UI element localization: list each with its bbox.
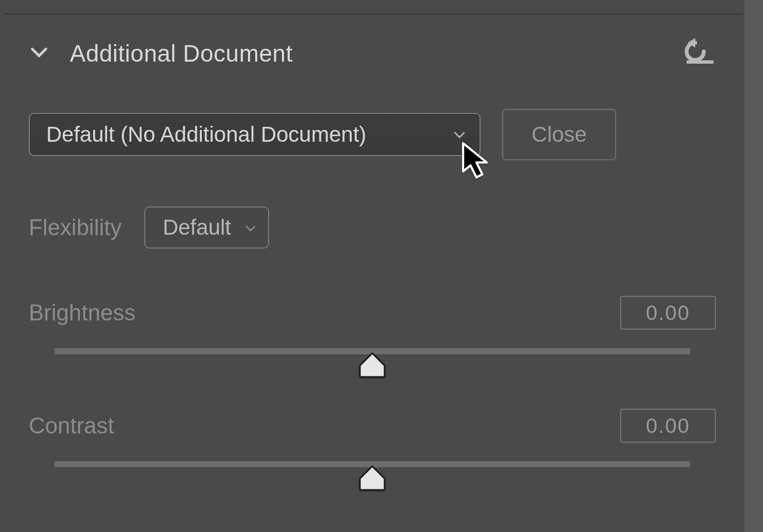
contrast-slider-thumb[interactable] [358, 465, 387, 491]
contrast-value[interactable]: 0.00 [620, 409, 716, 443]
brightness-slider-thumb[interactable] [358, 352, 387, 378]
contrast-group: Contrast 0.00 [29, 409, 716, 489]
section-collapse-toggle[interactable] [29, 43, 49, 64]
flexibility-row: Flexibility Default [29, 206, 716, 249]
close-button[interactable]: Close [502, 109, 616, 160]
contrast-header: Contrast 0.00 [29, 409, 716, 443]
brightness-label: Brightness [29, 300, 136, 326]
brightness-header: Brightness 0.00 [29, 296, 716, 330]
contrast-label: Contrast [29, 413, 114, 439]
flexibility-selected: Default [163, 215, 231, 240]
top-divider [4, 13, 742, 15]
section-title: Additional Document [70, 40, 293, 67]
brightness-slider[interactable] [54, 346, 690, 376]
right-gutter [745, 0, 763, 532]
contrast-slider[interactable] [54, 459, 690, 489]
chevron-down-icon [453, 122, 466, 147]
flexibility-label: Flexibility [29, 215, 122, 240]
brightness-value[interactable]: 0.00 [620, 296, 716, 330]
brightness-group: Brightness 0.00 [29, 296, 716, 376]
flexibility-dropdown[interactable]: Default [144, 206, 269, 249]
chevron-down-icon [244, 215, 257, 240]
chevron-down-icon [29, 42, 49, 65]
reset-icon [676, 38, 715, 69]
additional-document-dropdown[interactable]: Default (No Additional Document) [29, 113, 481, 156]
reset-button[interactable] [675, 38, 716, 69]
additional-document-panel: Additional Document Default (No Addition… [0, 21, 745, 532]
document-row: Default (No Additional Document) Close [29, 109, 716, 160]
close-button-label: Close [531, 122, 586, 147]
section-header: Additional Document [29, 38, 716, 69]
additional-document-selected: Default (No Additional Document) [46, 122, 366, 147]
